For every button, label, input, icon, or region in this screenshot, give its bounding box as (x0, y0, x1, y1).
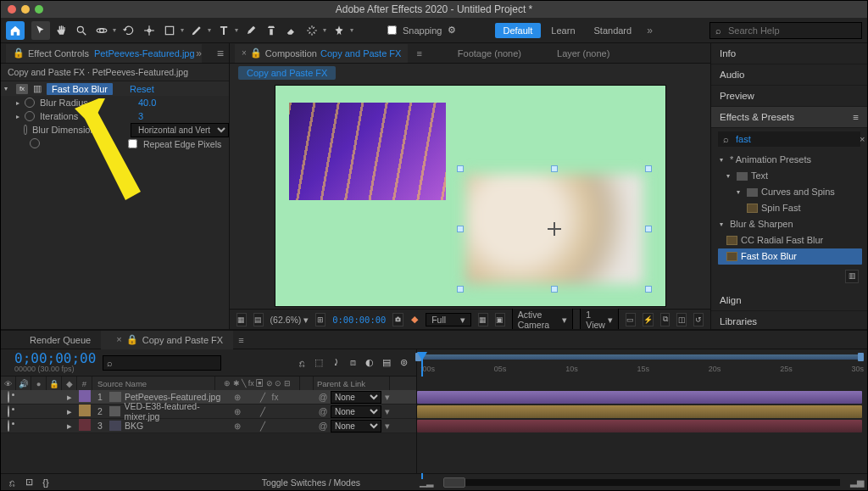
composition-mini-flowchart-icon[interactable]: ⎌ (296, 357, 308, 369)
layer-search-input[interactable] (113, 357, 233, 369)
tree-curves[interactable]: ▾Curves and Spins (718, 184, 862, 200)
visibility-toggle[interactable] (8, 391, 9, 403)
resize-handle[interactable] (645, 286, 652, 293)
panel-menu-icon[interactable]: ≡ (853, 112, 859, 122)
zoom-tool[interactable] (72, 21, 91, 40)
layer-bar-2[interactable] (417, 405, 862, 419)
motion-blur-icon[interactable]: ◐ (364, 357, 376, 369)
tree-animation-presets[interactable]: ▾* Animation Presets (718, 152, 862, 168)
label-color[interactable] (79, 419, 91, 431)
effect-header-row[interactable]: ▾ fx ▥ Fast Box Blur Reset (1, 81, 229, 96)
puppet-tool[interactable] (330, 21, 348, 40)
timeline-icon[interactable]: ⧉ (660, 313, 670, 326)
render-queue-tab[interactable]: Render Queue (19, 332, 101, 349)
pickwhip-icon[interactable]: @ (315, 406, 331, 416)
work-area-bar[interactable] (417, 354, 862, 360)
parent-dropdown[interactable]: None (331, 420, 381, 432)
current-time-indicator[interactable] (417, 352, 427, 364)
layer-bar-1[interactable] (417, 390, 862, 405)
help-search-input[interactable] (726, 25, 856, 36)
channel-icon[interactable]: ▣ (495, 313, 505, 326)
stopwatch-icon[interactable] (25, 98, 35, 108)
clear-search-icon[interactable]: × (860, 134, 865, 144)
pickwhip-icon[interactable]: @ (315, 392, 331, 402)
effect-reset[interactable]: Reset (130, 84, 154, 94)
grid-guides-icon[interactable]: ▦ (478, 313, 488, 326)
home-button[interactable] (6, 21, 25, 40)
resize-handle[interactable] (551, 165, 558, 172)
resize-handle[interactable] (457, 165, 464, 172)
workspace-learn[interactable]: Learn (542, 22, 583, 39)
workspace-overflow[interactable]: » (642, 25, 658, 36)
blur-radius-value[interactable]: 40.0 (138, 98, 156, 108)
tree-blur-sharpen[interactable]: ▾Blur & Sharpen (718, 216, 862, 232)
current-timecode[interactable]: 0:00:00:00 (332, 315, 386, 325)
window-close-button[interactable] (8, 5, 16, 14)
visibility-toggle[interactable] (8, 405, 9, 417)
zoom-slider[interactable] (443, 479, 840, 486)
toggle-switches-modes[interactable]: Toggle Switches / Modes (262, 477, 360, 488)
workspace-standard[interactable]: Standard (586, 22, 641, 39)
frame-blend-icon[interactable]: ⧈ (347, 357, 359, 369)
toggle-switch-icon[interactable]: ⎌ (6, 477, 18, 488)
layer-row-2[interactable]: ▸ 2 VED-E38-featured-mixer.jpg ⊕╱ @ None… (1, 405, 416, 419)
layer-row-3[interactable]: ▸ 3 BKG ⊕╱ @ None▾ (1, 419, 416, 433)
fx-badge[interactable]: fx (16, 84, 28, 94)
toggle-switch-icon[interactable]: ⊡ (23, 477, 35, 488)
resize-handle[interactable] (645, 165, 652, 172)
pickwhip-icon[interactable]: @ (315, 421, 331, 431)
label-color[interactable] (79, 390, 91, 402)
parent-dropdown[interactable]: None (331, 391, 381, 404)
panel-menu-icon[interactable]: ≡ (238, 335, 243, 345)
draft3d-icon[interactable]: ⬚ (313, 357, 325, 369)
new-bin-icon[interactable]: ▥ (845, 270, 859, 283)
zoom-dropdown[interactable]: (62.6%) ▾ (270, 315, 309, 325)
resize-handle[interactable] (457, 286, 464, 293)
zoom-in-icon[interactable]: ▂▅ (847, 477, 867, 488)
stopwatch-icon[interactable] (30, 138, 40, 148)
effect-name[interactable]: Fast Box Blur (47, 83, 113, 95)
composition-canvas[interactable] (275, 86, 665, 306)
effect-menu-icon[interactable]: ▥ (31, 83, 43, 95)
selection-tool[interactable] (31, 21, 50, 40)
window-minimize-button[interactable] (21, 5, 30, 14)
effects-search-input[interactable] (734, 133, 854, 145)
shape-tool[interactable] (160, 21, 179, 40)
twirl-icon[interactable]: ▸ (16, 99, 19, 107)
resize-handle[interactable] (551, 286, 558, 293)
timeline-comp-tab[interactable]: × 🔒 Copy and Paste FX (101, 331, 233, 349)
resolution-dropdown[interactable]: Full ▾ (426, 313, 471, 326)
zoom-out-icon[interactable]: ▁▂ (416, 477, 437, 488)
col-parent[interactable]: Parent & Link (314, 377, 390, 390)
blur-dimensions-select[interactable]: Horizontal and Vert (131, 123, 229, 137)
anchor-point-icon[interactable] (548, 222, 561, 236)
resolution-icon[interactable]: ⊞ (315, 313, 326, 326)
workspace-default[interactable]: Default (495, 23, 542, 38)
panel-menu-icon[interactable]: ≡ (217, 47, 224, 60)
panel-align[interactable]: Align (711, 290, 867, 311)
flowchart-icon[interactable]: ◫ (676, 313, 687, 326)
fast-preview-icon[interactable]: ⚡ (643, 313, 654, 326)
panel-effects-presets[interactable]: Effects & Presets ≡ (711, 107, 867, 128)
brush-tool[interactable] (242, 21, 260, 40)
pen-tool[interactable] (187, 21, 206, 40)
graph-editor-icon[interactable]: ▤ (381, 357, 392, 369)
resize-handle[interactable] (457, 226, 464, 232)
iterations-value[interactable]: 3 (138, 111, 143, 121)
resize-handle[interactable] (645, 226, 652, 232)
twirl-icon[interactable]: ▾ (4, 85, 13, 92)
tree-cc-radial[interactable]: CC Radial Fast Blur (718, 232, 862, 248)
composition-tab[interactable]: × 🔒 Composition Copy and Paste FX (235, 44, 408, 63)
close-icon[interactable]: × (242, 48, 247, 58)
snapshot-icon[interactable] (392, 313, 403, 326)
layer-tab[interactable]: Layer (none) (557, 48, 609, 59)
twirl-icon[interactable]: ▸ (62, 421, 77, 431)
close-icon[interactable]: × (116, 334, 121, 344)
eraser-tool[interactable] (282, 21, 301, 40)
twirl-icon[interactable]: ▸ (62, 406, 77, 416)
shy-icon[interactable]: ⤹ (330, 357, 342, 369)
layer-mixer-image[interactable] (289, 103, 446, 200)
tree-text[interactable]: ▾Text (718, 168, 862, 184)
layer-search[interactable]: ⌕ (103, 355, 221, 371)
visibility-toggle[interactable] (8, 420, 9, 432)
